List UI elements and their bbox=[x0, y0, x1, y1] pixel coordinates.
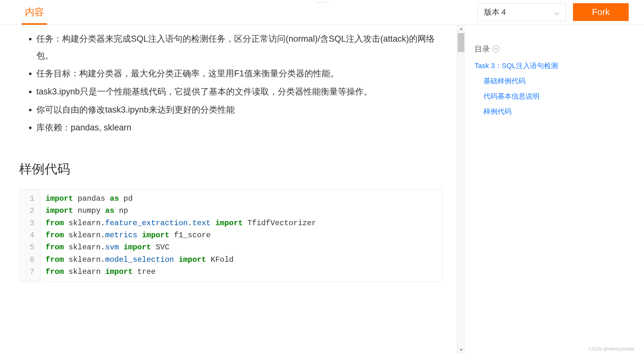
caret-up-icon bbox=[492, 45, 499, 52]
scroll-up-icon[interactable] bbox=[457, 25, 465, 33]
line-number: 7 bbox=[19, 266, 40, 278]
list-item: 库依赖：pandas, sklearn bbox=[36, 119, 443, 137]
topbar: 内容 版本 4 Fork bbox=[0, 0, 644, 25]
code-line: from sklearn.feature_extraction.text imp… bbox=[46, 217, 316, 229]
fork-button[interactable]: Fork bbox=[573, 3, 629, 21]
section-heading-sample-code: 样例代码 bbox=[19, 160, 443, 178]
list-item: 任务：构建分类器来完成SQL注入语句的检测任务，区分正常访问(normal)/含… bbox=[36, 30, 443, 65]
code-line: from sklearn.metrics import f1_score bbox=[46, 229, 316, 241]
code-line: import numpy as np bbox=[46, 205, 316, 217]
line-number: 1 bbox=[19, 193, 40, 205]
watermark: CSDN @HenrySmale bbox=[589, 346, 634, 351]
toc-link-task3[interactable]: Task 3：SQL注入语句检测 bbox=[475, 61, 634, 71]
toc-link-basic-sample[interactable]: 基础样例代码 bbox=[483, 76, 634, 86]
code-gutter: 1 2 3 4 5 6 7 bbox=[19, 190, 40, 281]
scroll-down-icon[interactable] bbox=[457, 346, 465, 354]
line-number: 6 bbox=[19, 254, 40, 266]
line-number: 3 bbox=[19, 217, 40, 229]
toc-link-sample-code[interactable]: 样例代码 bbox=[483, 107, 634, 116]
list-item: 你可以自由的修改task3.ipynb来达到更好的分类性能 bbox=[36, 101, 443, 119]
toc-link-code-info[interactable]: 代码基本信息说明 bbox=[483, 92, 634, 101]
task-bullets: 任务：构建分类器来完成SQL注入语句的检测任务，区分正常访问(normal)/含… bbox=[19, 30, 443, 137]
line-number: 5 bbox=[19, 241, 40, 253]
version-select[interactable]: 版本 4 bbox=[477, 3, 566, 21]
sidebar-toc: 目录 Task 3：SQL注入语句检测 基础样例代码 代码基本信息说明 样例代码 bbox=[465, 25, 644, 354]
topbar-right: 版本 4 Fork bbox=[477, 0, 644, 21]
content-scroll[interactable]: 任务：构建分类器来完成SQL注入语句的检测任务，区分正常访问(normal)/含… bbox=[0, 25, 455, 354]
code-line: import pandas as pd bbox=[46, 193, 316, 205]
main-area: 任务：构建分类器来完成SQL注入语句的检测任务，区分正常访问(normal)/含… bbox=[0, 25, 644, 354]
version-label: 版本 4 bbox=[484, 7, 506, 17]
line-number: 2 bbox=[19, 205, 40, 217]
code-line: from sklearn.svm import SVC bbox=[46, 241, 316, 253]
code-block: 1 2 3 4 5 6 7 import pandas as pd import… bbox=[19, 189, 443, 282]
toc-title-label: 目录 bbox=[475, 44, 490, 54]
vertical-scrollbar[interactable] bbox=[457, 25, 465, 354]
code-line: from sklearn import tree bbox=[46, 266, 316, 278]
list-item: task3.ipynb只是一个性能基线代码，它提供了基本的文件读取，分类器性能衡… bbox=[36, 83, 443, 101]
scroll-track[interactable] bbox=[457, 33, 465, 346]
code-line: from sklearn.model_selection import KFol… bbox=[46, 254, 316, 266]
content-column: 任务：构建分类器来完成SQL注入语句的检测任务，区分正常访问(normal)/含… bbox=[0, 25, 465, 354]
scroll-thumb[interactable] bbox=[458, 33, 464, 52]
chevron-down-icon bbox=[554, 10, 559, 15]
drag-handle[interactable] bbox=[315, 0, 329, 3]
list-item: 任务目标：构建分类器，最大化分类正确率，这里用F1值来衡量分类器的性能。 bbox=[36, 65, 443, 83]
line-number: 4 bbox=[19, 229, 40, 241]
toc-title[interactable]: 目录 bbox=[475, 44, 634, 54]
code-body[interactable]: import pandas as pd import numpy as np f… bbox=[40, 190, 321, 281]
tab-content[interactable]: 内容 bbox=[19, 0, 50, 25]
